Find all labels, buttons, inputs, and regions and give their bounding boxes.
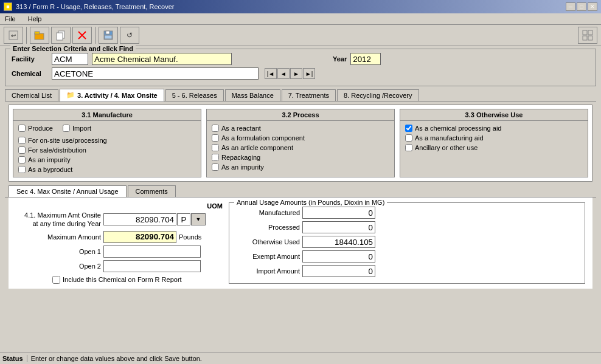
impurity-label: As an impurity — [28, 156, 71, 163]
nav-first-button[interactable]: |◄ — [265, 68, 277, 79]
toolbar-save-button[interactable] — [99, 27, 118, 44]
manufacturing-aid-checkbox[interactable] — [405, 134, 412, 142]
status-label: Status — [2, 355, 27, 362]
ancillary-checkbox[interactable] — [405, 144, 412, 151]
formulation-row: As a formulation component — [212, 133, 389, 143]
activity-panel: 3.1 Manufacture Produce Import — [9, 105, 592, 182]
import-amount-input[interactable] — [302, 265, 375, 277]
open1-label: Open 1 — [16, 248, 101, 255]
max-amount-input[interactable] — [103, 231, 176, 243]
produce-row: Produce — [18, 123, 53, 133]
otherwise-title: 3.3 Otherwise Use — [400, 109, 588, 121]
open2-label: Open 2 — [16, 263, 101, 270]
svg-rect-14 — [583, 36, 587, 40]
manufacture-section: 3.1 Manufacture Produce Import — [13, 109, 201, 177]
tab-treatments[interactable]: 7. Treatments — [282, 89, 336, 101]
tab-activity[interactable]: 📁 3. Activity / 4. Max Onsite — [60, 89, 164, 101]
tab-recycling[interactable]: 8. Recycling /Recovery — [337, 89, 419, 101]
chemical-input[interactable] — [52, 67, 259, 80]
toolbar-back-button[interactable]: ↩ — [4, 27, 23, 44]
toolbar-separator2 — [95, 27, 96, 44]
byproduct-checkbox[interactable] — [18, 166, 26, 173]
bottom-tab-max-onsite[interactable]: Sec 4. Max Onsite / Annual Usage — [9, 185, 127, 197]
produce-checkbox[interactable] — [18, 125, 26, 132]
uom-header-row: UOM — [16, 202, 223, 210]
process-impurity-checkbox[interactable] — [212, 163, 219, 171]
toolbar: ↩ ↺ — [0, 25, 601, 46]
repackaging-row: Repackaging — [212, 153, 389, 162]
facility-code-input[interactable] — [52, 53, 88, 65]
exempt-input[interactable] — [302, 250, 375, 263]
menu-file[interactable]: File — [2, 15, 18, 23]
exempt-row: Exempt Amount — [233, 250, 581, 263]
app-icon: ■ — [4, 2, 12, 11]
pounds-label: Pounds — [179, 233, 201, 241]
main-content: Enter Selection Criteria and click Find … — [0, 46, 601, 291]
folder-icon: 📁 — [66, 91, 75, 99]
article-checkbox[interactable] — [212, 144, 219, 151]
reactant-checkbox[interactable] — [212, 125, 219, 132]
toolbar-open-button[interactable] — [30, 27, 49, 44]
facility-name-input[interactable] — [92, 53, 232, 65]
processing-aid-row: As a chemical processing aid — [405, 123, 583, 133]
processing-aid-checkbox[interactable] — [405, 125, 412, 132]
uom-value-input[interactable] — [177, 213, 190, 225]
on-site-row: For on-site use/processing — [18, 136, 196, 145]
open2-input[interactable] — [103, 260, 201, 272]
window-title: 313 / Form R - Usage, Releases, Treatmen… — [16, 3, 174, 10]
import-label: Import — [72, 125, 91, 132]
manufacturing-aid-label: As a manufacturing aid — [415, 134, 484, 142]
manufactured-input[interactable] — [302, 207, 375, 219]
grid-view-button[interactable] — [578, 27, 597, 44]
otherwise-used-input[interactable] — [302, 236, 375, 248]
status-bar: Status Enter or change data values above… — [0, 352, 601, 364]
toolbar-copy-button[interactable] — [51, 27, 71, 44]
nav-buttons: |◄ ◄ ► ►| — [265, 68, 315, 79]
tab-chemical-list[interactable]: Chemical List — [5, 89, 58, 101]
year-input[interactable] — [350, 53, 381, 65]
toolbar-refresh-button[interactable]: ↺ — [120, 27, 139, 44]
produce-label: Produce — [28, 125, 53, 132]
svg-rect-10 — [105, 35, 112, 39]
bottom-tab-comments[interactable]: Comments — [128, 185, 176, 197]
process-title: 3.2 Process — [207, 109, 394, 121]
manufacturing-aid-row: As a manufacturing aid — [405, 133, 583, 143]
repackaging-checkbox[interactable] — [212, 154, 219, 161]
process-impurity-label: As an impurity — [221, 163, 264, 171]
include-chemical-checkbox[interactable] — [52, 276, 60, 284]
close-button[interactable]: ✕ — [588, 2, 597, 11]
process-section: 3.2 Process As a reactant As a formulati… — [206, 109, 395, 177]
otherwise-section: 3.3 Otherwise Use As a chemical processi… — [400, 109, 588, 177]
open1-row: Open 1 — [16, 246, 223, 258]
facility-row: Facility Year — [12, 53, 589, 65]
open1-input[interactable] — [103, 246, 201, 258]
svg-rect-15 — [588, 36, 592, 40]
import-amount-row: Import Amount — [233, 265, 581, 277]
impurity-checkbox[interactable] — [18, 156, 26, 163]
tab-mass-balance[interactable]: Mass Balance — [225, 89, 280, 101]
manufactured-row: Manufactured — [233, 207, 581, 219]
chemical-label: Chemical — [12, 70, 48, 77]
tab-releases[interactable]: 5 - 6. Releases — [165, 89, 224, 101]
reactant-row: As a reactant — [212, 123, 389, 133]
import-checkbox[interactable] — [63, 125, 70, 132]
uom-dropdown[interactable]: ▼ — [191, 213, 206, 225]
nav-last-button[interactable]: ►| — [303, 68, 315, 79]
nav-next-button[interactable]: ► — [290, 68, 302, 79]
menu-help[interactable]: Help — [26, 15, 44, 23]
exempt-label: Exempt Amount — [233, 253, 300, 260]
facility-label: Facility — [12, 55, 48, 63]
sale-row: For sale/distribution — [18, 145, 196, 155]
toolbar-delete-button[interactable] — [72, 27, 92, 44]
minimize-button[interactable]: ─ — [566, 2, 575, 11]
ancillary-label: Ancillary or other use — [415, 144, 478, 151]
on-site-checkbox[interactable] — [18, 137, 26, 144]
max-onsite-value-input[interactable] — [103, 213, 176, 225]
processed-label: Processed — [233, 224, 300, 231]
maximize-button[interactable]: □ — [577, 2, 586, 11]
bottom-tabs-bar: Sec 4. Max Onsite / Annual Usage Comment… — [5, 185, 596, 197]
processed-input[interactable] — [302, 221, 375, 233]
sale-checkbox[interactable] — [18, 146, 26, 154]
nav-prev-button[interactable]: ◄ — [277, 68, 290, 79]
formulation-checkbox[interactable] — [212, 134, 219, 142]
